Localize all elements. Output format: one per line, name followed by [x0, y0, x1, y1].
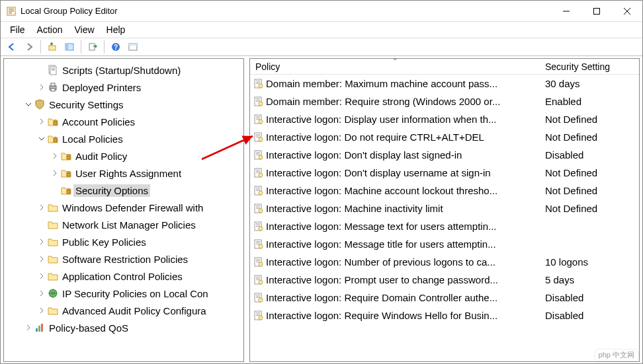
svg-point-71 — [259, 209, 263, 213]
policy-setting: Not Defined — [540, 114, 639, 125]
chevron-right-icon[interactable] — [24, 324, 32, 332]
forward-button[interactable] — [22, 40, 36, 54]
policy-row[interactable]: Interactive logon: Don't display last si… — [250, 146, 639, 164]
menu-file[interactable]: File — [5, 23, 30, 36]
maximize-button[interactable] — [581, 1, 612, 22]
svg-rect-25 — [67, 156, 70, 159]
policy-setting: Not Defined — [540, 131, 639, 143]
policy-setting: Disabled — [540, 292, 639, 303]
svg-rect-83 — [256, 259, 260, 260]
svg-rect-24 — [54, 139, 57, 142]
tree-item[interactable]: Security Settings — [9, 96, 243, 113]
list-body[interactable]: Domain member: Maximum machine account p… — [250, 75, 639, 361]
svg-rect-68 — [256, 205, 260, 206]
svg-rect-17 — [50, 67, 56, 75]
back-button[interactable] — [5, 40, 19, 54]
svg-rect-69 — [256, 207, 260, 207]
policy-name: Interactive logon: Require Windows Hello… — [266, 310, 540, 321]
tree-item[interactable]: Software Restriction Policies — [9, 250, 243, 268]
toolbar-separator — [81, 40, 81, 54]
tree-item[interactable]: Scripts (Startup/Shutdown) — [9, 61, 243, 79]
svg-rect-65 — [256, 190, 260, 191]
policy-setting: 10 logons — [540, 256, 639, 268]
export-button[interactable] — [85, 40, 100, 54]
policy-row[interactable]: Interactive logon: Do not require CTRL+A… — [250, 128, 639, 146]
svg-point-81 — [259, 244, 263, 248]
policy-row[interactable]: Interactive logon: Require Windows Hello… — [250, 307, 639, 324]
policy-row[interactable]: Interactive logon: Message title for use… — [250, 235, 639, 253]
chevron-right-icon[interactable] — [38, 118, 46, 126]
printer-icon — [48, 82, 58, 92]
tree-item[interactable]: Account Policies — [9, 113, 243, 130]
tree-item-label: User Rights Assignment — [73, 167, 183, 180]
tree-item-label: IP Security Policies on Local Con — [60, 287, 210, 300]
menu-help[interactable]: Help — [101, 23, 131, 36]
chevron-none-icon — [38, 66, 46, 74]
policy-name: Interactive logon: Display user informat… — [266, 114, 540, 125]
policy-row[interactable]: Interactive logon: Machine account locko… — [250, 182, 639, 200]
svg-point-61 — [259, 173, 263, 177]
title-bar[interactable]: Local Group Policy Editor — [1, 1, 642, 22]
tree-item[interactable]: Security Options — [9, 182, 243, 199]
column-setting[interactable]: Security Setting — [540, 59, 639, 74]
tree-item-label: Windows Defender Firewall with — [60, 201, 205, 214]
help-button[interactable]: ? — [108, 40, 123, 54]
tree-pane[interactable]: Scripts (Startup/Shutdown)Deployed Print… — [3, 58, 244, 362]
policy-row[interactable]: Interactive logon: Require Domain Contro… — [250, 289, 639, 307]
tree-item-label: Application Control Policies — [60, 270, 185, 283]
tree-item[interactable]: Audit Policy — [9, 147, 243, 164]
minimize-button[interactable] — [551, 1, 581, 22]
tree-item[interactable]: User Rights Assignment — [9, 164, 243, 182]
svg-rect-84 — [256, 260, 260, 261]
tree-item[interactable]: Windows Defender Firewall with — [9, 199, 243, 216]
tree-item[interactable]: Public Key Policies — [9, 233, 243, 250]
policy-name: Interactive logon: Message text for user… — [266, 221, 540, 232]
svg-rect-54 — [256, 153, 260, 154]
chevron-right-icon[interactable] — [38, 289, 46, 297]
policy-row[interactable]: Interactive logon: Number of previous lo… — [250, 253, 639, 271]
up-button[interactable] — [45, 40, 60, 54]
chevron-right-icon[interactable] — [38, 307, 46, 314]
policy-row[interactable]: Interactive logon: Don't display usernam… — [250, 164, 639, 182]
policy-row[interactable]: Domain member: Require strong (Windows 2… — [250, 92, 639, 110]
folder-icon — [48, 305, 58, 316]
chevron-right-icon[interactable] — [51, 152, 59, 160]
tree-item-label: Advanced Audit Policy Configura — [60, 305, 208, 317]
chevron-right-icon[interactable] — [38, 238, 46, 246]
tree-item[interactable]: Advanced Audit Policy Configura — [9, 302, 243, 319]
properties-button[interactable] — [126, 40, 140, 54]
tree-item[interactable]: Network List Manager Policies — [9, 216, 243, 233]
policy-row[interactable]: Interactive logon: Display user informat… — [250, 110, 639, 128]
chevron-right-icon[interactable] — [38, 203, 46, 211]
chevron-right-icon[interactable] — [38, 83, 46, 91]
tree-item[interactable]: Policy-based QoS — [9, 319, 243, 336]
chevron-right-icon[interactable] — [51, 169, 59, 177]
svg-rect-99 — [256, 314, 260, 314]
folder-lock-icon — [48, 133, 58, 144]
tree-item[interactable]: IP Security Policies on Local Con — [9, 285, 243, 302]
splitter[interactable] — [245, 57, 248, 363]
policy-name: Interactive logon: Message title for use… — [266, 238, 540, 250]
tree-item[interactable]: Local Policies — [9, 130, 243, 147]
policy-row[interactable]: Interactive logon: Prompt user to change… — [250, 271, 639, 289]
show-hide-tree-button[interactable] — [62, 40, 77, 54]
tree-item[interactable]: Deployed Printers — [9, 79, 243, 96]
tree-item[interactable]: Application Control Policies — [9, 268, 243, 285]
menu-view[interactable]: View — [69, 23, 99, 36]
folder-icon — [48, 271, 58, 281]
policy-row[interactable]: Interactive logon: Message text for user… — [250, 217, 639, 235]
policy-row[interactable]: Domain member: Maximum machine account p… — [250, 75, 639, 92]
column-policy[interactable]: ⌃ Policy — [250, 59, 540, 74]
chevron-right-icon[interactable] — [38, 272, 46, 280]
close-button[interactable] — [612, 1, 642, 22]
svg-rect-63 — [256, 188, 260, 188]
policy-row[interactable]: Interactive logon: Machine inactivity li… — [250, 200, 639, 217]
chevron-right-icon[interactable] — [38, 255, 46, 263]
policy-setting: Not Defined — [540, 203, 639, 214]
svg-rect-73 — [256, 223, 260, 224]
chevron-down-icon[interactable] — [24, 100, 32, 108]
chevron-down-icon[interactable] — [38, 135, 46, 143]
policy-name: Interactive logon: Don't display last si… — [266, 149, 540, 161]
policy-setting: 5 days — [540, 274, 639, 285]
menu-action[interactable]: Action — [32, 23, 68, 36]
